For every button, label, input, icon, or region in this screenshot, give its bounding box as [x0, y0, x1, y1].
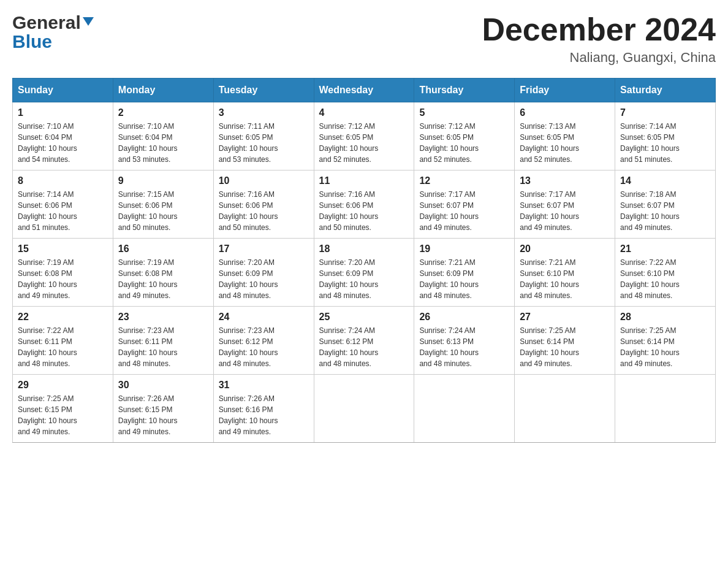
day-info: Sunrise: 7:14 AMSunset: 6:06 PMDaylight:…: [18, 189, 108, 233]
calendar-week-row: 15Sunrise: 7:19 AMSunset: 6:08 PMDayligh…: [13, 239, 716, 307]
col-header-thursday: Thursday: [414, 79, 515, 102]
calendar-cell: 9Sunrise: 7:15 AMSunset: 6:06 PMDaylight…: [113, 170, 213, 239]
calendar-cell: 21Sunrise: 7:22 AMSunset: 6:10 PMDayligh…: [615, 239, 716, 307]
day-number: 22: [18, 312, 108, 323]
day-number: 4: [319, 107, 409, 118]
calendar-cell: 25Sunrise: 7:24 AMSunset: 6:12 PMDayligh…: [314, 307, 414, 375]
logo-triangle-icon: [83, 17, 94, 26]
day-number: 2: [118, 107, 208, 118]
day-number: 18: [319, 243, 409, 255]
calendar-cell: 12Sunrise: 7:17 AMSunset: 6:07 PMDayligh…: [414, 170, 515, 239]
calendar-cell: 10Sunrise: 7:16 AMSunset: 6:06 PMDayligh…: [213, 170, 314, 239]
day-number: 20: [520, 243, 610, 255]
logo: General Blue: [12, 12, 94, 52]
calendar-cell: [615, 375, 716, 443]
calendar-cell: 15Sunrise: 7:19 AMSunset: 6:08 PMDayligh…: [13, 239, 113, 307]
calendar-cell: [515, 375, 615, 443]
calendar-cell: 24Sunrise: 7:23 AMSunset: 6:12 PMDayligh…: [213, 307, 314, 375]
day-number: 23: [118, 312, 208, 323]
calendar-cell: 6Sunrise: 7:13 AMSunset: 6:05 PMDaylight…: [515, 102, 615, 170]
calendar-week-row: 22Sunrise: 7:22 AMSunset: 6:11 PMDayligh…: [13, 307, 716, 375]
day-info: Sunrise: 7:16 AMSunset: 6:06 PMDaylight:…: [319, 189, 409, 233]
day-number: 14: [620, 175, 710, 186]
day-number: 5: [419, 107, 509, 118]
calendar-cell: 14Sunrise: 7:18 AMSunset: 6:07 PMDayligh…: [615, 170, 716, 239]
calendar-cell: 5Sunrise: 7:12 AMSunset: 6:05 PMDaylight…: [414, 102, 515, 170]
calendar-cell: 17Sunrise: 7:20 AMSunset: 6:09 PMDayligh…: [213, 239, 314, 307]
col-header-sunday: Sunday: [13, 79, 113, 102]
calendar-cell: 2Sunrise: 7:10 AMSunset: 6:04 PMDaylight…: [113, 102, 213, 170]
day-info: Sunrise: 7:17 AMSunset: 6:07 PMDaylight:…: [419, 189, 509, 233]
day-info: Sunrise: 7:10 AMSunset: 6:04 PMDaylight:…: [18, 121, 108, 165]
month-title: December 2024: [482, 12, 716, 47]
logo-general-text: General: [12, 12, 81, 33]
day-number: 6: [520, 107, 610, 118]
location-subtitle: Naliang, Guangxi, China: [482, 50, 716, 66]
day-info: Sunrise: 7:22 AMSunset: 6:10 PMDaylight:…: [620, 257, 710, 301]
day-number: 25: [319, 312, 409, 323]
day-number: 15: [18, 243, 108, 255]
calendar-cell: 11Sunrise: 7:16 AMSunset: 6:06 PMDayligh…: [314, 170, 414, 239]
calendar-cell: 7Sunrise: 7:14 AMSunset: 6:05 PMDaylight…: [615, 102, 716, 170]
calendar-cell: 31Sunrise: 7:26 AMSunset: 6:16 PMDayligh…: [213, 375, 314, 443]
logo-blue-text: Blue: [12, 31, 52, 52]
day-number: 24: [219, 312, 309, 323]
day-info: Sunrise: 7:23 AMSunset: 6:11 PMDaylight:…: [118, 325, 208, 369]
day-info: Sunrise: 7:20 AMSunset: 6:09 PMDaylight:…: [219, 257, 309, 301]
day-info: Sunrise: 7:21 AMSunset: 6:09 PMDaylight:…: [419, 257, 509, 301]
day-info: Sunrise: 7:10 AMSunset: 6:04 PMDaylight:…: [118, 121, 208, 165]
calendar-cell: 18Sunrise: 7:20 AMSunset: 6:09 PMDayligh…: [314, 239, 414, 307]
calendar-cell: 23Sunrise: 7:23 AMSunset: 6:11 PMDayligh…: [113, 307, 213, 375]
calendar-table: SundayMondayTuesdayWednesdayThursdayFrid…: [12, 78, 716, 443]
calendar-cell: 8Sunrise: 7:14 AMSunset: 6:06 PMDaylight…: [13, 170, 113, 239]
col-header-wednesday: Wednesday: [314, 79, 414, 102]
calendar-cell: 29Sunrise: 7:25 AMSunset: 6:15 PMDayligh…: [13, 375, 113, 443]
day-number: 1: [18, 107, 108, 118]
day-info: Sunrise: 7:22 AMSunset: 6:11 PMDaylight:…: [18, 325, 108, 369]
day-info: Sunrise: 7:19 AMSunset: 6:08 PMDaylight:…: [18, 257, 108, 301]
day-info: Sunrise: 7:16 AMSunset: 6:06 PMDaylight:…: [219, 189, 309, 233]
day-info: Sunrise: 7:25 AMSunset: 6:14 PMDaylight:…: [520, 325, 610, 369]
col-header-monday: Monday: [113, 79, 213, 102]
day-number: 30: [118, 380, 208, 391]
calendar-cell: 28Sunrise: 7:25 AMSunset: 6:14 PMDayligh…: [615, 307, 716, 375]
day-info: Sunrise: 7:25 AMSunset: 6:14 PMDaylight:…: [620, 325, 710, 369]
col-header-tuesday: Tuesday: [213, 79, 314, 102]
day-number: 31: [219, 380, 309, 391]
day-info: Sunrise: 7:24 AMSunset: 6:13 PMDaylight:…: [419, 325, 509, 369]
day-number: 29: [18, 380, 108, 391]
day-info: Sunrise: 7:20 AMSunset: 6:09 PMDaylight:…: [319, 257, 409, 301]
calendar-cell: 4Sunrise: 7:12 AMSunset: 6:05 PMDaylight…: [314, 102, 414, 170]
day-info: Sunrise: 7:19 AMSunset: 6:08 PMDaylight:…: [118, 257, 208, 301]
calendar-cell: 20Sunrise: 7:21 AMSunset: 6:10 PMDayligh…: [515, 239, 615, 307]
day-info: Sunrise: 7:13 AMSunset: 6:05 PMDaylight:…: [520, 121, 610, 165]
day-number: 9: [118, 175, 208, 186]
day-number: 27: [520, 312, 610, 323]
calendar-cell: [314, 375, 414, 443]
title-section: December 2024 Naliang, Guangxi, China: [482, 12, 716, 66]
day-info: Sunrise: 7:15 AMSunset: 6:06 PMDaylight:…: [118, 189, 208, 233]
page-header: General Blue December 2024 Naliang, Guan…: [12, 12, 716, 66]
day-info: Sunrise: 7:12 AMSunset: 6:05 PMDaylight:…: [319, 121, 409, 165]
day-number: 7: [620, 107, 710, 118]
day-number: 17: [219, 243, 309, 255]
calendar-cell: 13Sunrise: 7:17 AMSunset: 6:07 PMDayligh…: [515, 170, 615, 239]
day-info: Sunrise: 7:18 AMSunset: 6:07 PMDaylight:…: [620, 189, 710, 233]
day-number: 13: [520, 175, 610, 186]
day-number: 12: [419, 175, 509, 186]
col-header-saturday: Saturday: [615, 79, 716, 102]
calendar-cell: 16Sunrise: 7:19 AMSunset: 6:08 PMDayligh…: [113, 239, 213, 307]
day-number: 16: [118, 243, 208, 255]
calendar-header-row: SundayMondayTuesdayWednesdayThursdayFrid…: [13, 79, 716, 102]
calendar-cell: 30Sunrise: 7:26 AMSunset: 6:15 PMDayligh…: [113, 375, 213, 443]
calendar-week-row: 29Sunrise: 7:25 AMSunset: 6:15 PMDayligh…: [13, 375, 716, 443]
calendar-cell: 27Sunrise: 7:25 AMSunset: 6:14 PMDayligh…: [515, 307, 615, 375]
day-info: Sunrise: 7:26 AMSunset: 6:16 PMDaylight:…: [219, 393, 309, 437]
day-info: Sunrise: 7:25 AMSunset: 6:15 PMDaylight:…: [18, 393, 108, 437]
day-number: 10: [219, 175, 309, 186]
day-info: Sunrise: 7:26 AMSunset: 6:15 PMDaylight:…: [118, 393, 208, 437]
day-number: 11: [319, 175, 409, 186]
day-number: 3: [219, 107, 309, 118]
calendar-cell: [414, 375, 515, 443]
day-info: Sunrise: 7:21 AMSunset: 6:10 PMDaylight:…: [520, 257, 610, 301]
